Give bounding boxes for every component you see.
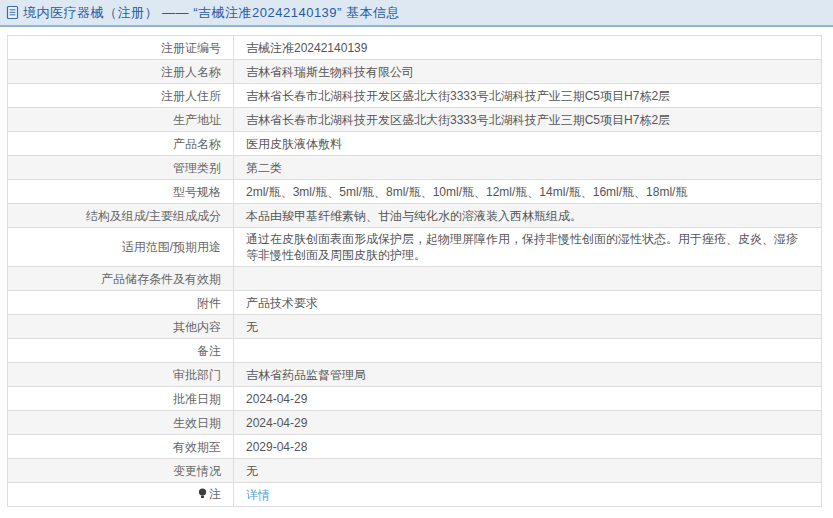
registration-info-table-wrap: 注册证编号 吉械注准20242140139 注册人名称 吉林省科瑞斯生物科技有限… [7, 35, 822, 507]
row-value: 本品由羧甲基纤维素钠、甘油与纯化水的溶液装入西林瓶组成。 [234, 204, 822, 228]
table-row: 有效期至 2029-04-28 [8, 435, 822, 459]
row-value: 无 [234, 315, 822, 339]
table-row: 其他内容 无 [8, 315, 822, 339]
row-label: 变更情况 [8, 459, 234, 483]
registration-info-table: 注册证编号 吉械注准20242140139 注册人名称 吉林省科瑞斯生物科技有限… [7, 35, 822, 507]
table-row: 生效日期 2024-04-29 [8, 411, 822, 435]
table-row: 批准日期 2024-04-29 [8, 387, 822, 411]
document-icon [6, 5, 19, 20]
row-value: 吉林省长春市北湖科技开发区盛北大街3333号北湖科技产业三期C5项目H7栋2层 [234, 108, 822, 132]
row-value: 吉林省长春市北湖科技开发区盛北大街3333号北湖科技产业三期C5项目H7栋2层 [234, 84, 822, 108]
row-value: 吉械注准20242140139 [234, 36, 822, 60]
page-title: 境内医疗器械（注册） —— “吉械注准20242140139” 基本信息 [23, 4, 400, 22]
row-label: 其他内容 [8, 315, 234, 339]
row-value: 医用皮肤液体敷料 [234, 132, 822, 156]
row-label: 注 [8, 483, 234, 507]
row-value: 第二类 [234, 156, 822, 180]
note-label: 注 [209, 487, 221, 501]
table-row: 注册证编号 吉械注准20242140139 [8, 36, 822, 60]
row-label: 生产地址 [8, 108, 234, 132]
row-value: 吉林省药品监督管理局 [234, 363, 822, 387]
table-row-note: 注 详情 [8, 483, 822, 507]
row-value: 2024-04-29 [234, 387, 822, 411]
row-label: 型号规格 [8, 180, 234, 204]
row-value [234, 267, 822, 291]
row-label: 适用范围/预期用途 [8, 228, 234, 267]
table-row: 管理类别 第二类 [8, 156, 822, 180]
row-value: 2ml/瓶、3ml/瓶、5ml/瓶、8ml/瓶、10ml/瓶、12ml/瓶、14… [234, 180, 822, 204]
row-label: 注册证编号 [8, 36, 234, 60]
details-link[interactable]: 详情 [246, 488, 270, 502]
row-value: 产品技术要求 [234, 291, 822, 315]
row-value: 详情 [234, 483, 822, 507]
row-label: 注册人名称 [8, 60, 234, 84]
table-row: 型号规格 2ml/瓶、3ml/瓶、5ml/瓶、8ml/瓶、10ml/瓶、12ml… [8, 180, 822, 204]
row-label: 结构及组成/主要组成成分 [8, 204, 234, 228]
row-value: 无 [234, 459, 822, 483]
table-row: 生产地址 吉林省长春市北湖科技开发区盛北大街3333号北湖科技产业三期C5项目H… [8, 108, 822, 132]
row-label: 附件 [8, 291, 234, 315]
row-value [234, 339, 822, 363]
row-label: 批准日期 [8, 387, 234, 411]
page-header: 境内医疗器械（注册） —— “吉械注准20242140139” 基本信息 [0, 0, 833, 27]
table-row: 审批部门 吉林省药品监督管理局 [8, 363, 822, 387]
table-row: 结构及组成/主要组成成分 本品由羧甲基纤维素钠、甘油与纯化水的溶液装入西林瓶组成… [8, 204, 822, 228]
table-row: 产品储存条件及有效期 [8, 267, 822, 291]
table-row: 注册人住所 吉林省长春市北湖科技开发区盛北大街3333号北湖科技产业三期C5项目… [8, 84, 822, 108]
row-label: 审批部门 [8, 363, 234, 387]
table-row: 注册人名称 吉林省科瑞斯生物科技有限公司 [8, 60, 822, 84]
table-row: 变更情况 无 [8, 459, 822, 483]
table-row: 备注 [8, 339, 822, 363]
row-label: 有效期至 [8, 435, 234, 459]
table-row: 产品名称 医用皮肤液体敷料 [8, 132, 822, 156]
row-label: 注册人住所 [8, 84, 234, 108]
row-value: 2029-04-28 [234, 435, 822, 459]
table-row: 附件 产品技术要求 [8, 291, 822, 315]
row-label: 产品储存条件及有效期 [8, 267, 234, 291]
row-value: 通过在皮肤创面表面形成保护层，起物理屏障作用，保持非慢性创面的湿性状态。用于痤疮… [234, 228, 822, 267]
row-value: 2024-04-29 [234, 411, 822, 435]
row-label: 生效日期 [8, 411, 234, 435]
bulb-icon [198, 487, 207, 503]
row-label: 产品名称 [8, 132, 234, 156]
table-row: 适用范围/预期用途 通过在皮肤创面表面形成保护层，起物理屏障作用，保持非慢性创面… [8, 228, 822, 267]
row-value: 吉林省科瑞斯生物科技有限公司 [234, 60, 822, 84]
row-label: 备注 [8, 339, 234, 363]
row-label: 管理类别 [8, 156, 234, 180]
